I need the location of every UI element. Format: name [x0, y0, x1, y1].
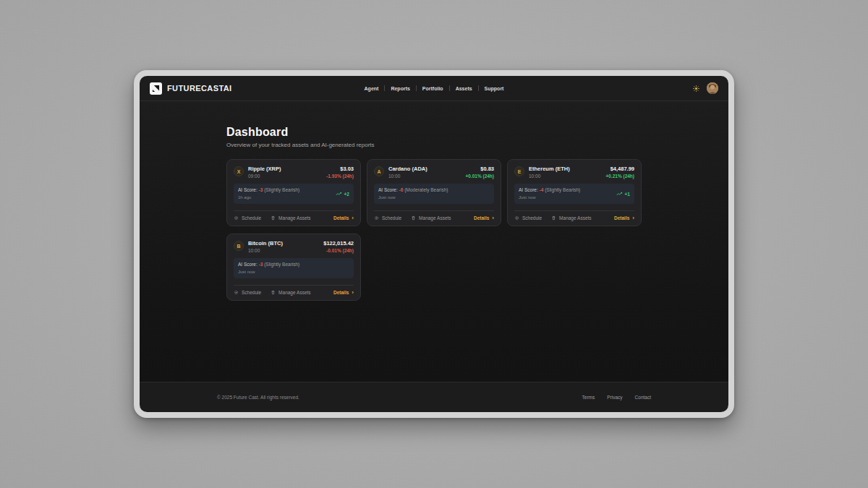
brand-logo-icon — [150, 82, 162, 95]
ai-updated: Just now — [519, 194, 580, 201]
header-right — [574, 82, 718, 94]
coin-price: $122,015.42 — [323, 240, 354, 247]
coin-avatar: E — [514, 166, 524, 176]
ai-score-line: AI Score: -4 (Slightly Bearish) — [519, 187, 580, 193]
app-window: FUTURECASTAI Agent Reports Portfolio Ass… — [140, 76, 728, 412]
manage-assets-button[interactable]: Manage Assets — [271, 215, 310, 221]
gear-icon — [374, 215, 379, 221]
ai-score-panel: AI Score: -6 (Moderately Bearish) Just n… — [374, 184, 494, 204]
coin-time: 10:00 — [529, 173, 570, 179]
page-title: Dashboard — [226, 126, 642, 139]
user-avatar[interactable] — [707, 82, 718, 94]
ai-score-panel: AI Score: -3 (Slightly Bearish) 1h ago — [234, 184, 354, 204]
page-subtitle: Overview of your tracked assets and AI-g… — [226, 142, 642, 148]
trend-up-icon — [336, 192, 342, 196]
ai-sentiment: (Moderately Bearish) — [404, 187, 448, 192]
details-button[interactable]: Details › — [614, 215, 634, 221]
coin-price: $3.03 — [326, 166, 354, 172]
chevron-right-icon: › — [492, 216, 494, 221]
nav-item-agent[interactable]: Agent — [359, 86, 385, 91]
coin-avatar: A — [374, 166, 384, 176]
ai-score-value: -6 — [399, 187, 404, 192]
copyright-text: © 2025 Future Cast. All rights reserved. — [217, 395, 299, 400]
ai-score-label: AI Score: — [378, 187, 398, 192]
main-nav: Agent Reports Portfolio Assets Support — [294, 85, 574, 91]
coin-name: Cardano (ADA) — [388, 166, 427, 172]
details-button[interactable]: Details › — [333, 215, 354, 221]
coin-avatar: B — [234, 241, 244, 251]
coin-avatar: X — [234, 166, 244, 176]
trend-up-icon — [616, 192, 623, 196]
trend-badge: +1 — [616, 192, 630, 197]
manage-assets-button[interactable]: Manage Assets — [551, 215, 591, 221]
coin-price: $0.83 — [465, 166, 494, 172]
footer-link-terms[interactable]: Terms — [582, 395, 595, 400]
ai-score-line: AI Score: -6 (Moderately Bearish) — [378, 187, 448, 193]
footer-links: Terms Privacy Contact — [582, 395, 651, 400]
coin-name: Ripple (XRP) — [248, 166, 281, 172]
ai-sentiment: (Slightly Bearish) — [264, 187, 299, 192]
asset-card-ethereum: E Ethereum (ETH) 10:00 $4,487.99 +0.21% … — [507, 159, 642, 226]
trash-icon — [411, 215, 416, 221]
coin-time: 09:00 — [248, 173, 281, 179]
coin-name: Ethereum (ETH) — [529, 166, 570, 172]
ai-score-line: AI Score: -3 (Slightly Bearish) — [238, 187, 299, 193]
gear-icon — [234, 290, 239, 295]
asset-card-grid: X Ripple (XRP) 09:00 $3.03 -1.93% (24h) — [226, 159, 642, 301]
brand[interactable]: FUTURECASTAI — [150, 82, 294, 95]
ai-updated: Just now — [238, 269, 299, 275]
ai-score-value: -3 — [259, 187, 263, 192]
chevron-right-icon: › — [632, 216, 634, 221]
card-actions: Schedule Manage Assets Details › — [374, 210, 494, 221]
footer-link-privacy[interactable]: Privacy — [607, 395, 622, 400]
top-navbar: FUTURECASTAI Agent Reports Portfolio Ass… — [140, 76, 728, 101]
coin-change: +0.01% (24h) — [465, 173, 494, 179]
manage-assets-button[interactable]: Manage Assets — [271, 290, 310, 295]
footer-link-contact[interactable]: Contact — [635, 395, 651, 400]
details-button[interactable]: Details › — [333, 290, 354, 295]
coin-change: +0.21% (24h) — [605, 173, 634, 179]
gear-icon — [514, 215, 519, 221]
schedule-button[interactable]: Schedule — [234, 290, 261, 295]
main-content: Dashboard Overview of your tracked asset… — [140, 101, 728, 382]
ai-score-panel: AI Score: -4 (Slightly Bearish) Just now — [514, 184, 634, 204]
brand-name: FUTURECASTAI — [167, 84, 232, 93]
device-frame: FUTURECASTAI Agent Reports Portfolio Ass… — [134, 70, 734, 418]
trash-icon — [551, 215, 556, 221]
ai-updated: Just now — [378, 194, 448, 201]
asset-card-ripple: X Ripple (XRP) 09:00 $3.03 -1.93% (24h) — [226, 159, 361, 226]
asset-card-bitcoin: B Bitcoin (BTC) 10:00 $122,015.42 -0.01%… — [226, 234, 361, 301]
schedule-button[interactable]: Schedule — [514, 215, 542, 221]
ai-score-value: -4 — [540, 187, 544, 192]
chevron-right-icon: › — [352, 216, 354, 221]
card-actions: Schedule Manage Assets Details › — [234, 285, 354, 295]
ai-sentiment: (Slightly Bearish) — [264, 262, 299, 267]
chevron-right-icon: › — [352, 291, 354, 295]
nav-item-assets[interactable]: Assets — [450, 86, 478, 91]
trash-icon — [271, 215, 276, 221]
schedule-button[interactable]: Schedule — [374, 215, 401, 221]
asset-card-cardano: A Cardano (ADA) 10:00 $0.83 +0.01% (24h) — [367, 159, 501, 226]
nav-item-support[interactable]: Support — [479, 86, 510, 91]
trash-icon — [271, 290, 276, 295]
gear-icon — [234, 215, 239, 221]
coin-change: -1.93% (24h) — [326, 173, 354, 179]
manage-assets-button[interactable]: Manage Assets — [411, 215, 451, 221]
ai-score-label: AI Score: — [238, 262, 258, 267]
sun-icon[interactable] — [693, 85, 699, 92]
trend-badge: +2 — [336, 192, 349, 197]
trend-value: +1 — [625, 192, 630, 197]
coin-change: -0.01% (24h) — [323, 247, 354, 254]
coin-name: Bitcoin (BTC) — [248, 240, 283, 247]
ai-score-label: AI Score: — [519, 187, 538, 192]
schedule-button[interactable]: Schedule — [234, 215, 261, 221]
nav-item-reports[interactable]: Reports — [385, 86, 415, 91]
card-actions: Schedule Manage Assets Details › — [234, 210, 354, 221]
details-button[interactable]: Details › — [474, 215, 494, 221]
ai-score-value: -3 — [259, 262, 263, 267]
trend-value: +2 — [344, 192, 349, 197]
ai-score-line: AI Score: -3 (Slightly Bearish) — [238, 261, 299, 267]
coin-time: 10:00 — [388, 173, 427, 179]
ai-updated: 1h ago — [238, 194, 299, 201]
nav-item-portfolio[interactable]: Portfolio — [417, 86, 449, 91]
